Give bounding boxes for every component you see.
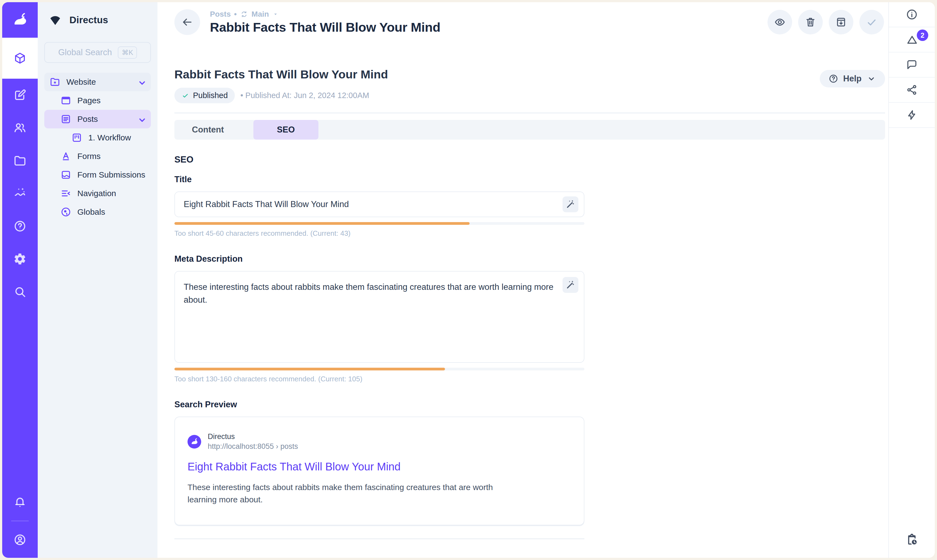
question-circle-icon — [829, 74, 838, 84]
module-editor[interactable] — [2, 78, 38, 111]
save-button[interactable] — [859, 10, 884, 34]
search-icon — [13, 285, 26, 298]
status-row: Published • Published At: Jun 2, 2024 12… — [174, 88, 388, 103]
back-button[interactable] — [174, 9, 200, 35]
chevron-down-icon — [866, 74, 876, 84]
main-area: Posts • Main Rabbit Facts That Will Blow… — [157, 2, 888, 558]
seo-title-input[interactable] — [174, 191, 584, 217]
breadcrumb-separator: • — [234, 10, 237, 18]
help-circle-icon — [13, 220, 26, 233]
sidebar-item-form-submissions[interactable]: Form Submissions — [44, 166, 151, 184]
clipboard-clock-icon — [905, 534, 919, 547]
sidebar-item-posts[interactable]: Posts — [44, 110, 151, 128]
module-bar-divider — [11, 521, 29, 521]
sidebar-item-label: Website — [66, 77, 96, 86]
inbox-wave-icon — [60, 169, 71, 180]
global-search-input[interactable]: Global Search ⌘K — [44, 42, 151, 63]
sidebar-item-website[interactable]: Website — [44, 73, 151, 91]
tab-seo[interactable]: SEO — [253, 120, 318, 140]
generate-meta-button[interactable] — [563, 277, 578, 293]
comments-panel-button[interactable] — [889, 52, 935, 78]
gear-icon — [13, 252, 26, 266]
project-fan-icon — [48, 13, 62, 27]
magic-wand-icon — [566, 199, 575, 209]
bottom-divider — [174, 538, 584, 539]
breadcrumb-collection[interactable]: Posts — [210, 10, 231, 18]
avatar-icon — [13, 533, 26, 546]
delete-button[interactable] — [798, 10, 823, 34]
preview-result-description: These interesting facts about rabbits ma… — [188, 481, 507, 506]
sidebar-item-globals[interactable]: Globals — [44, 203, 151, 221]
project-header[interactable]: Directus — [44, 2, 151, 38]
globe-icon — [60, 206, 71, 217]
help-label: Help — [843, 74, 861, 84]
magic-wand-icon — [566, 280, 575, 290]
preview-site-name: Directus — [208, 432, 298, 441]
revisions-triangle-icon — [906, 34, 918, 46]
meta-length-progress — [174, 368, 584, 371]
module-users[interactable] — [2, 111, 38, 144]
share-panel-button[interactable] — [889, 78, 935, 103]
help-button[interactable]: Help — [820, 70, 885, 88]
meta-length-hint: Too short 130-160 characters recommended… — [174, 375, 584, 383]
navigation-sidebar: Directus Global Search ⌘K Website — [38, 2, 157, 558]
revisions-panel-button[interactable]: 2 — [889, 27, 935, 52]
module-settings[interactable] — [2, 243, 38, 275]
pending-activity-button[interactable] — [889, 522, 935, 558]
preview-favicon — [188, 435, 201, 449]
module-files[interactable] — [2, 144, 38, 177]
edit-icon — [13, 89, 26, 102]
search-preview-label: Search Preview — [174, 400, 584, 409]
right-sidebar-spacer — [889, 128, 935, 522]
tab-content[interactable]: Content — [174, 120, 241, 140]
item-title-row: Rabbit Facts That Will Blow Your Mind Pu… — [174, 68, 885, 103]
search-preview-card: Directus http://localhost:8055 › posts E… — [174, 417, 584, 525]
collections-nav: Website Pages — [44, 73, 151, 221]
check-circle-icon — [182, 92, 189, 100]
title-length-progress — [174, 222, 584, 225]
folder-icon — [13, 154, 26, 167]
module-docs[interactable] — [2, 210, 38, 243]
caret-down-icon[interactable] — [272, 11, 279, 17]
chevron-down-icon[interactable] — [137, 114, 146, 124]
title-field-label: Title — [174, 175, 584, 185]
archive-button[interactable] — [829, 10, 853, 34]
sidebar-item-label: Navigation — [77, 189, 116, 198]
sidebar-item-navigation[interactable]: Navigation — [44, 184, 151, 203]
module-search[interactable] — [2, 275, 38, 308]
user-menu-button[interactable] — [2, 523, 38, 556]
notifications-button[interactable] — [2, 486, 38, 518]
sidebar-item-forms[interactable]: Forms — [44, 147, 151, 166]
tab-bar: Content SEO — [174, 120, 885, 140]
project-name: Directus — [69, 14, 108, 25]
breadcrumb[interactable]: Posts • Main — [210, 10, 440, 18]
rabbit-logo-icon — [11, 11, 29, 29]
toolbar — [767, 10, 884, 34]
insights-icon — [13, 187, 26, 200]
flows-panel-button[interactable] — [889, 103, 935, 128]
page-title: Rabbit Facts That Will Blow Your Mind — [210, 20, 440, 35]
archive-icon — [835, 16, 847, 28]
module-insights[interactable] — [2, 177, 38, 210]
meta-field-label: Meta Description — [174, 254, 584, 264]
module-content[interactable] — [2, 38, 38, 78]
chevron-down-icon[interactable] — [137, 77, 146, 86]
page-body: Rabbit Facts That Will Blow Your Mind Pu… — [157, 35, 888, 539]
version-sync-icon — [240, 10, 248, 18]
bolt-icon — [906, 109, 918, 121]
info-panel-button[interactable] — [889, 2, 935, 27]
preview-button[interactable] — [767, 10, 792, 34]
kanban-icon — [71, 132, 82, 143]
preview-result-title[interactable]: Eight Rabbit Facts That Will Blow Your M… — [188, 460, 571, 473]
generate-title-button[interactable] — [563, 196, 578, 212]
eye-icon — [774, 16, 786, 28]
sidebar-item-pages[interactable]: Pages — [44, 91, 151, 110]
sidebar-item-workflow[interactable]: 1. Workflow — [44, 128, 151, 147]
module-bar — [2, 2, 38, 558]
seo-meta-textarea[interactable]: These interesting facts about rabbits ma… — [174, 271, 584, 363]
item-heading-block: Rabbit Facts That Will Blow Your Mind Pu… — [174, 68, 388, 103]
sidebar-item-label: Pages — [77, 96, 100, 105]
breadcrumb-version[interactable]: Main — [251, 10, 269, 18]
directus-logo[interactable] — [2, 2, 38, 38]
status-badge: Published — [174, 88, 235, 103]
